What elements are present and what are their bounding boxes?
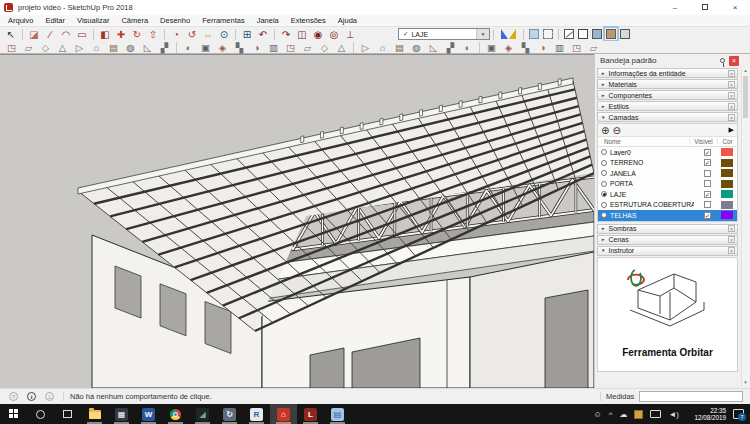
layer-radio[interactable] xyxy=(601,160,607,166)
section-close-button[interactable]: × xyxy=(728,92,735,99)
layer-radio[interactable] xyxy=(601,149,607,155)
plugin-tool-icon[interactable]: ▷ xyxy=(359,41,372,54)
column-cor[interactable]: Cor xyxy=(717,138,737,145)
start-button[interactable] xyxy=(0,404,27,424)
layer-row[interactable]: TERRENO✓ xyxy=(598,158,737,169)
layer-color-chip[interactable] xyxy=(721,180,733,188)
column-visivel[interactable]: Visível xyxy=(689,138,717,145)
menu-item-ferramentas[interactable]: Ferramentas xyxy=(196,15,251,27)
position-camera-icon[interactable]: ◉ xyxy=(312,28,325,41)
file-explorer-icon[interactable] xyxy=(81,404,108,424)
section-close-button[interactable]: × xyxy=(728,114,735,121)
hidden-line-style-icon[interactable] xyxy=(578,29,588,39)
sketchup-icon[interactable]: ⌂ xyxy=(270,404,297,424)
plugin-tool-icon[interactable]: ◍ xyxy=(410,41,423,54)
plugin-tool-icon[interactable]: ▱ xyxy=(301,41,314,54)
remove-layer-button[interactable]: ⊖ xyxy=(612,125,620,136)
menu-item-cmera[interactable]: Câmera xyxy=(115,15,154,27)
eraser-tool-icon[interactable]: ◪ xyxy=(28,28,41,41)
shaded-textures-style-icon[interactable] xyxy=(606,29,616,39)
menu-item-editar[interactable]: Editar xyxy=(39,15,71,27)
plugin-tool-icon[interactable]: ◈ xyxy=(502,41,515,54)
tray-scrollbar[interactable]: ▲ ▼ xyxy=(741,67,749,386)
plugin-tool-icon[interactable]: ◳ xyxy=(5,41,18,54)
menu-item-visualizar[interactable]: Visualizar xyxy=(71,15,115,27)
zoom-tool-icon[interactable]: ⊙ xyxy=(218,28,231,41)
cortana-search-button[interactable] xyxy=(27,404,54,424)
calculator-icon[interactable]: ▦ xyxy=(108,404,135,424)
layer-radio[interactable] xyxy=(601,181,607,187)
layer-radio[interactable] xyxy=(601,202,607,208)
photos-icon[interactable]: ◢ xyxy=(189,404,216,424)
section-close-button[interactable]: × xyxy=(728,81,735,88)
rstudio-icon[interactable]: R xyxy=(243,404,270,424)
tray-section-sombras[interactable]: ►Sombras× xyxy=(597,224,738,234)
plugin-tool-icon[interactable]: ◐ xyxy=(182,41,195,54)
tray-section-estilos[interactable]: ►Estilos× xyxy=(597,101,738,111)
push-pull-tool-icon[interactable]: ⇧ xyxy=(147,28,160,41)
plugin-tool-icon[interactable]: ◺ xyxy=(427,41,440,54)
section-close-button[interactable]: × xyxy=(728,70,735,77)
previous-view-icon[interactable]: ↶ xyxy=(257,28,270,41)
layer-visible-checkbox[interactable] xyxy=(704,170,711,177)
plugin-tool-icon[interactable]: ▱ xyxy=(587,41,600,54)
section-close-button[interactable]: × xyxy=(728,225,735,232)
taskbar-clock[interactable]: 22:35 12/08/2019 xyxy=(686,407,726,421)
plugin-tool-icon[interactable]: ▣ xyxy=(199,41,212,54)
menu-item-arquivo[interactable]: Arquivo xyxy=(2,15,39,27)
plugin-tool-icon[interactable]: ◳ xyxy=(284,41,297,54)
orbit-tool-icon[interactable]: ↺ xyxy=(186,28,199,41)
layer-color-chip[interactable] xyxy=(721,148,733,156)
add-layer-button[interactable]: ⊕ xyxy=(601,125,609,136)
plugin-tool-icon[interactable]: ◇ xyxy=(318,41,331,54)
layer-color-chip[interactable] xyxy=(721,159,733,167)
tray-section-instrutor[interactable]: ▼Instrutor× xyxy=(597,246,738,256)
walk-tool-icon[interactable]: ⊥ xyxy=(344,28,357,41)
chevron-down-icon[interactable]: ▼ xyxy=(476,29,489,39)
column-nome[interactable]: Nome xyxy=(598,138,689,145)
rotate-tool-icon[interactable]: ↻ xyxy=(131,28,144,41)
layer-visible-checkbox[interactable]: ✓ xyxy=(704,191,711,198)
look-around-icon[interactable]: ◎ xyxy=(328,28,341,41)
line-tool-icon[interactable]: ∕ xyxy=(44,28,57,41)
action-center-icon[interactable]: 7 xyxy=(733,409,744,419)
plugin-tool-icon[interactable]: ▷ xyxy=(73,41,86,54)
plugin-tool-icon[interactable]: ◺ xyxy=(141,41,154,54)
zoom-extents-tool-icon[interactable]: ⊞ xyxy=(241,28,254,41)
plugin-tool-icon[interactable]: ▤ xyxy=(107,41,120,54)
flip-mirror-icon[interactable] xyxy=(501,28,516,40)
layer-color-chip[interactable] xyxy=(721,211,733,219)
plugin-tool-icon[interactable]: ◈ xyxy=(216,41,229,54)
rectangle-tool-icon[interactable]: ▭ xyxy=(76,28,89,41)
menu-item-extenses[interactable]: Extensões xyxy=(285,15,332,27)
layer-color-chip[interactable] xyxy=(721,190,733,198)
wireframe-style-icon[interactable] xyxy=(564,29,574,39)
menu-item-desenho[interactable]: Desenho xyxy=(154,15,196,27)
layer-row[interactable]: Layer0✓ xyxy=(598,147,737,158)
plugin-tool-icon[interactable]: ▚ xyxy=(519,41,532,54)
plugin-tool-icon[interactable]: ▤ xyxy=(393,41,406,54)
move-tool-icon[interactable]: ✚ xyxy=(115,28,128,41)
layer-radio[interactable] xyxy=(601,191,607,197)
minimize-button[interactable]: – xyxy=(660,0,690,15)
layer-row[interactable]: ESTRUTURA COBERTURA xyxy=(598,200,737,211)
plugin-tool-icon[interactable]: ◑ xyxy=(250,41,263,54)
tray-app-icon[interactable] xyxy=(634,410,643,419)
maximize-button[interactable] xyxy=(690,0,720,15)
speaker-icon[interactable]: ◄) xyxy=(668,410,679,419)
plugin-tool-icon[interactable]: ◇ xyxy=(39,41,52,54)
close-button[interactable]: × xyxy=(720,0,750,15)
layer-color-chip[interactable] xyxy=(721,201,733,209)
notes-icon[interactable]: ▤ xyxy=(324,404,351,424)
plugin-tool-icon[interactable]: ▚ xyxy=(233,41,246,54)
layer-visible-checkbox[interactable] xyxy=(704,201,711,208)
3d-viewport[interactable] xyxy=(0,54,594,388)
plugin-tool-icon[interactable]: △ xyxy=(335,41,348,54)
layer-visible-checkbox[interactable]: ✓ xyxy=(704,149,711,156)
pan-tool-icon[interactable]: ⇔ xyxy=(202,28,215,41)
pin-icon[interactable] xyxy=(720,58,725,63)
layer-row[interactable]: TELHAS✓ xyxy=(598,210,737,221)
layer-details-button[interactable]: ▶ xyxy=(729,126,734,134)
back-edges-style-icon[interactable] xyxy=(543,29,553,39)
layer-visible-checkbox[interactable] xyxy=(704,180,711,187)
